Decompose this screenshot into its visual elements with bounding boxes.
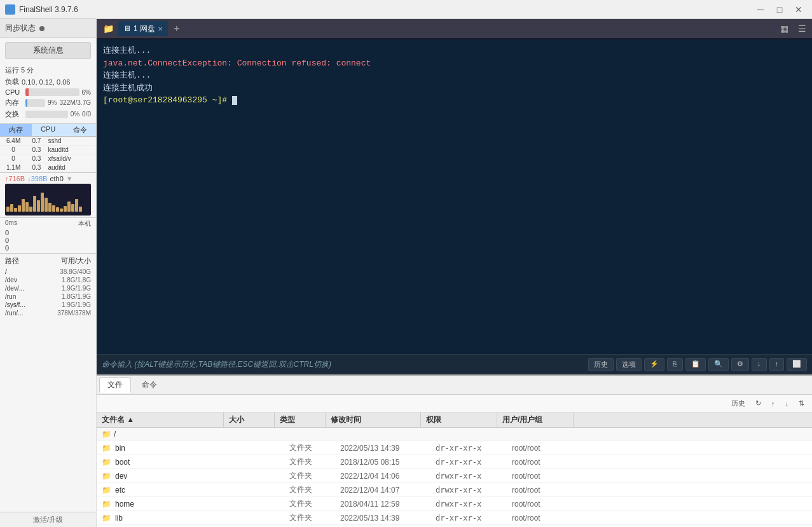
proc-row: 0 0.3 kauditd bbox=[0, 146, 96, 154]
file-row-boot[interactable]: 📁 boot 文件夹 2018/12/05 08:15 dr-xr-xr-x r… bbox=[97, 455, 812, 469]
bar bbox=[45, 198, 48, 212]
process-header: 内存 CPU 命令 bbox=[0, 124, 96, 137]
proc-tab-mem[interactable]: 内存 bbox=[0, 124, 32, 136]
bar bbox=[71, 204, 74, 212]
network-chart: 6K 4K 2K bbox=[5, 184, 91, 216]
network-section: ↑716B ↓398B eth0 ▼ bbox=[0, 172, 96, 217]
upload-tool-button[interactable]: ↑ bbox=[769, 399, 778, 409]
disk-row: /dev 1.8G/1.8G bbox=[3, 276, 93, 284]
refresh-button[interactable]: ↻ bbox=[753, 398, 764, 409]
history-tool-button[interactable]: 历史 bbox=[729, 397, 748, 409]
maximize-button[interactable]: □ bbox=[771, 3, 788, 16]
bar bbox=[25, 202, 29, 212]
tab-network-disk[interactable]: 🖥 1 网盘 ✕ bbox=[118, 21, 168, 36]
bar bbox=[33, 196, 36, 212]
bar bbox=[52, 205, 55, 212]
sys-info-button[interactable]: 系统信息 bbox=[5, 42, 91, 59]
bar bbox=[41, 193, 44, 212]
folder-icon: 📁 bbox=[102, 458, 111, 467]
col-size[interactable]: 大小 bbox=[224, 413, 275, 427]
file-row-home[interactable]: 📁 home 文件夹 2018/04/11 12:59 drwxr-xr-x r… bbox=[97, 497, 812, 511]
network-header: ↑716B ↓398B eth0 ▼ bbox=[5, 175, 91, 182]
file-row-bin[interactable]: 📁 bin 文件夹 2022/05/13 14:39 dr-xr-xr-x ro… bbox=[97, 441, 812, 455]
main-layout: 同步状态 系统信息 运行 5 分 负载 0.10, 0.12, 0.06 CPU… bbox=[0, 19, 812, 527]
proc-row: 6.4M 0.7 sshd bbox=[0, 137, 96, 146]
cpu-row: CPU 6% bbox=[5, 88, 91, 96]
tab-commands[interactable]: 命令 bbox=[134, 377, 165, 393]
window-controls: ─ □ ✕ bbox=[752, 3, 807, 16]
title-bar: FinalShell 3.9.7.6 ─ □ ✕ bbox=[0, 0, 812, 19]
bar bbox=[67, 202, 71, 212]
tab-label: 1 网盘 bbox=[134, 24, 155, 34]
transfer-button[interactable]: ⇅ bbox=[796, 398, 807, 409]
disk-row: /sys/f... 1.9G/1.9G bbox=[3, 301, 93, 309]
term-line: 连接主机成功 bbox=[103, 82, 806, 95]
app-icon bbox=[5, 4, 15, 15]
settings-button[interactable]: ⚙ bbox=[731, 358, 749, 371]
folder-icon: 📁 bbox=[102, 430, 111, 439]
add-tab-button[interactable]: + bbox=[169, 21, 184, 36]
history-button[interactable]: 历史 bbox=[588, 358, 614, 371]
search-button[interactable]: 🔍 bbox=[708, 358, 729, 371]
file-browser: 文件名 ▲ 大小 类型 修改时间 权限 用户/用户组 📁 / bbox=[97, 413, 812, 527]
term-line: 连接主机... bbox=[103, 44, 806, 57]
folder-icon: 📁 bbox=[102, 486, 111, 495]
download-button[interactable]: ↓ bbox=[752, 358, 767, 371]
mem-bar bbox=[25, 99, 27, 107]
activate-button[interactable]: 激活/升级 bbox=[0, 512, 96, 527]
file-row-dev[interactable]: 📁 dev 文件夹 2022/12/04 14:06 drwxr-xr-x ro… bbox=[97, 469, 812, 483]
terminal-area[interactable]: 连接主机... java.net.ConnectException: Conne… bbox=[97, 39, 812, 354]
col-filename[interactable]: 文件名 ▲ bbox=[97, 413, 224, 427]
folder-button[interactable]: 📁 bbox=[99, 21, 117, 36]
file-row-lib[interactable]: 📁 lib 文件夹 2022/05/13 14:39 dr-xr-xr-x ro… bbox=[97, 511, 812, 525]
runtime-row: 运行 5 分 bbox=[5, 65, 91, 75]
close-button[interactable]: ✕ bbox=[790, 3, 807, 16]
proc-tab-cpu[interactable]: CPU bbox=[32, 124, 64, 136]
bar bbox=[10, 204, 13, 212]
net-dropdown[interactable]: ▼ bbox=[66, 175, 73, 182]
latency-row: 0 bbox=[5, 229, 91, 236]
disk-row: /run/... 378M/378M bbox=[3, 309, 93, 317]
disk-header: 路径 可用/大小 bbox=[3, 256, 93, 266]
lightning-button[interactable]: ⚡ bbox=[644, 358, 664, 371]
term-cursor bbox=[232, 96, 237, 105]
folder-icon: 📁 bbox=[102, 472, 111, 481]
proc-tab-cmd[interactable]: 命令 bbox=[64, 124, 96, 136]
disk-section: 路径 可用/大小 / 38.8G/40G /dev 1.8G/1.8G /dev… bbox=[0, 253, 96, 512]
bar bbox=[75, 199, 78, 212]
disk-row: /dev/... 1.9G/1.9G bbox=[3, 284, 93, 292]
col-user[interactable]: 用户/用户组 bbox=[497, 413, 574, 427]
grid-view-button[interactable]: ▦ bbox=[776, 21, 792, 36]
disk-row: /run 1.8G/1.9G bbox=[3, 292, 93, 301]
file-row-etc[interactable]: 📁 etc 文件夹 2022/12/04 14:07 drwxr-xr-x ro… bbox=[97, 483, 812, 497]
sidebar: 同步状态 系统信息 运行 5 分 负载 0.10, 0.12, 0.06 CPU… bbox=[0, 19, 97, 527]
term-line: 连接主机... bbox=[103, 69, 806, 82]
tab-close-button[interactable]: ✕ bbox=[158, 25, 163, 32]
download-tool-button[interactable]: ↓ bbox=[783, 399, 792, 409]
cpu-bar bbox=[25, 88, 29, 96]
col-permissions[interactable]: 权限 bbox=[421, 413, 497, 427]
col-type[interactable]: 类型 bbox=[275, 413, 326, 427]
maximize-panel-button[interactable]: ⬜ bbox=[787, 358, 807, 371]
net-interface: eth0 bbox=[50, 175, 63, 182]
folder-icon: 📁 bbox=[102, 500, 111, 509]
list-view-button[interactable]: ☰ bbox=[794, 21, 809, 36]
upload-button[interactable]: ↑ bbox=[769, 358, 785, 371]
bar bbox=[60, 209, 63, 212]
swap-row: 交换 0% 0/0 bbox=[5, 109, 91, 119]
folder-icon: 📁 bbox=[102, 444, 111, 453]
tab-files[interactable]: 文件 bbox=[99, 377, 131, 393]
system-stats: 运行 5 分 负载 0.10, 0.12, 0.06 CPU 6% 内存 9% … bbox=[0, 63, 96, 123]
col-date[interactable]: 修改时间 bbox=[326, 413, 421, 427]
latency-section: 0ms 本机 0 0 0 bbox=[0, 217, 96, 253]
proc-row: 0 0.3 xfsaild/v bbox=[0, 154, 96, 163]
bar bbox=[6, 207, 10, 212]
bar-chart bbox=[5, 184, 91, 213]
copy-button[interactable]: ⎘ bbox=[667, 358, 683, 371]
mem-bar-wrap bbox=[25, 99, 45, 107]
bar bbox=[56, 207, 59, 212]
paste-button[interactable]: 📋 bbox=[685, 358, 706, 371]
options-button[interactable]: 选项 bbox=[616, 358, 642, 371]
minimize-button[interactable]: ─ bbox=[752, 3, 769, 16]
bar bbox=[79, 207, 82, 212]
